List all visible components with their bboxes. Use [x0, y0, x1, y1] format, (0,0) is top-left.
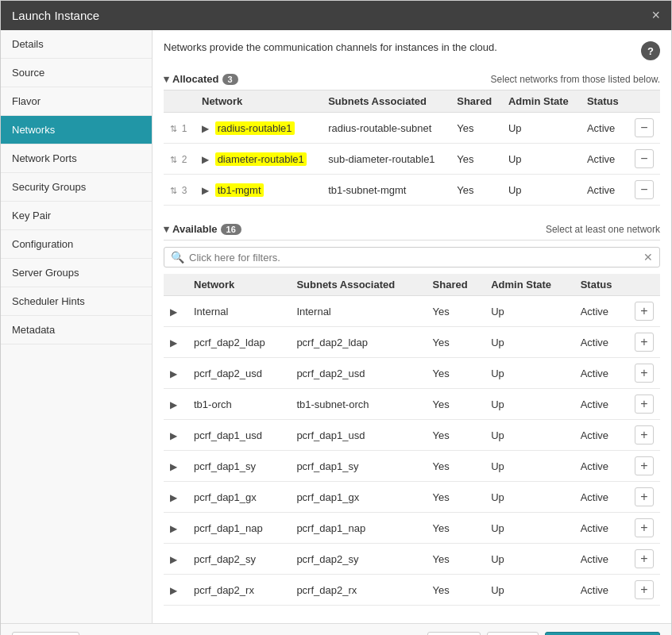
row-expand: ▶ — [164, 327, 187, 358]
sidebar: Details Source Flavor Networks Network P… — [1, 30, 153, 623]
add-button[interactable]: + — [635, 456, 654, 475]
allocated-row: ⇅ 3 ▶ tb1-mgmt tb1-subnet-mgmt Yes Up Ac… — [164, 175, 660, 206]
expand-icon[interactable]: ▶ — [170, 585, 177, 596]
col-status-avail: Status — [574, 274, 628, 296]
col-shared-alloc: Shared — [450, 90, 502, 113]
sidebar-item-network-ports[interactable]: Network Ports — [1, 144, 152, 173]
row-status: Active — [574, 358, 628, 389]
cancel-button[interactable]: ✕ Cancel — [12, 632, 79, 635]
sidebar-item-security-groups[interactable]: Security Groups — [1, 173, 152, 202]
row-shared: Yes — [427, 575, 485, 606]
expand-icon[interactable]: ▶ — [170, 461, 177, 472]
add-button[interactable]: + — [635, 487, 654, 506]
sidebar-item-details[interactable]: Details — [1, 30, 152, 59]
sidebar-item-source[interactable]: Source — [1, 59, 152, 87]
available-row: ▶ pcrf_dap1_usd pcrf_dap1_usd Yes Up Act… — [164, 420, 660, 451]
close-button[interactable]: × — [651, 7, 660, 24]
row-expand: ▶ — [164, 544, 187, 575]
filter-input[interactable] — [189, 252, 643, 264]
col-network-alloc: Network — [195, 90, 322, 113]
add-button[interactable]: + — [635, 302, 654, 321]
add-button[interactable]: + — [635, 518, 654, 537]
row-action: − — [628, 113, 660, 144]
description: Networks provide the communication chann… — [164, 41, 641, 53]
row-admin-state: Up — [485, 451, 574, 482]
allocated-row: ⇅ 1 ▶ radius-routable1 radius-routable-s… — [164, 113, 660, 144]
sidebar-item-flavor[interactable]: Flavor — [1, 87, 152, 116]
row-network: pcrf_dap1_usd — [187, 420, 290, 451]
add-button[interactable]: + — [635, 549, 654, 568]
row-status: Active — [574, 389, 628, 420]
add-button[interactable]: + — [635, 333, 654, 352]
remove-button[interactable]: − — [635, 118, 654, 137]
next-button[interactable]: Next › — [487, 632, 539, 635]
help-icon[interactable]: ? — [641, 41, 660, 60]
row-expand: ▶ — [164, 575, 187, 606]
row-subnets: radius-routable-subnet — [322, 113, 450, 144]
row-status: Active — [581, 144, 628, 175]
sidebar-item-configuration[interactable]: Configuration — [1, 230, 152, 259]
expand-icon[interactable]: ▶ — [202, 154, 209, 165]
col-subnets-avail: Subnets Associated — [290, 274, 426, 296]
row-admin-state: Up — [502, 175, 581, 206]
row-admin-state: Up — [502, 144, 581, 175]
row-network: pcrf_dap1_gx — [187, 482, 290, 513]
remove-button[interactable]: − — [635, 149, 654, 168]
row-network: pcrf_dap1_nap — [187, 513, 290, 544]
sidebar-item-scheduler-hints[interactable]: Scheduler Hints — [1, 287, 152, 316]
back-button[interactable]: ‹ Back — [427, 632, 481, 635]
row-network: pcrf_dap2_rx — [187, 575, 290, 606]
row-shared: Yes — [427, 482, 485, 513]
row-network: pcrf_dap2_sy — [187, 544, 290, 575]
row-network: ▶ diameter-routable1 — [195, 144, 322, 175]
available-toggle-icon[interactable]: ▾ — [164, 223, 169, 235]
available-section-header: ▾ Available 16 Select at least one netwo… — [164, 218, 660, 241]
row-action: + — [628, 358, 660, 389]
sidebar-item-key-pair[interactable]: Key Pair — [1, 202, 152, 230]
row-status: Active — [574, 544, 628, 575]
row-action: + — [628, 513, 660, 544]
row-subnets: tb1-subnet-mgmt — [322, 175, 450, 206]
expand-icon[interactable]: ▶ — [170, 523, 177, 534]
expand-icon[interactable]: ▶ — [202, 123, 209, 134]
expand-icon[interactable]: ▶ — [170, 554, 177, 565]
row-subnets: sub-diameter-routable1 — [322, 144, 450, 175]
expand-icon[interactable]: ▶ — [170, 337, 177, 348]
filter-bar: 🔍 ✕ — [164, 247, 660, 267]
filter-clear-icon[interactable]: ✕ — [643, 251, 653, 264]
expand-icon[interactable]: ▶ — [170, 368, 177, 379]
expand-icon[interactable]: ▶ — [170, 492, 177, 503]
row-network: pcrf_dap1_sy — [187, 451, 290, 482]
add-button[interactable]: + — [635, 364, 654, 383]
available-row: ▶ pcrf_dap1_nap pcrf_dap1_nap Yes Up Act… — [164, 513, 660, 544]
row-status: Active — [574, 513, 628, 544]
row-subnets: pcrf_dap2_usd — [290, 358, 426, 389]
sidebar-item-networks[interactable]: Networks — [1, 116, 152, 144]
expand-icon[interactable]: ▶ — [170, 306, 177, 318]
expand-icon[interactable]: ▶ — [170, 399, 177, 410]
row-expand: ▶ — [164, 482, 187, 513]
row-subnets: pcrf_dap1_usd — [290, 420, 426, 451]
row-admin-state: Up — [485, 389, 574, 420]
sidebar-item-server-groups[interactable]: Server Groups — [1, 259, 152, 287]
row-status: Active — [574, 327, 628, 358]
remove-button[interactable]: − — [635, 180, 654, 199]
row-status: Active — [574, 575, 628, 606]
add-button[interactable]: + — [635, 580, 654, 599]
available-row: ▶ pcrf_dap1_gx pcrf_dap1_gx Yes Up Activ… — [164, 482, 660, 513]
add-button[interactable]: + — [635, 394, 654, 414]
modal-body: Details Source Flavor Networks Network P… — [1, 30, 671, 623]
row-shared: Yes — [427, 358, 485, 389]
add-button[interactable]: + — [635, 425, 654, 444]
row-subnets: pcrf_dap2_ldap — [290, 327, 426, 358]
allocated-toggle-icon[interactable]: ▾ — [164, 73, 169, 85]
available-row: ▶ pcrf_dap2_ldap pcrf_dap2_ldap Yes Up A… — [164, 327, 660, 358]
expand-icon[interactable]: ▶ — [170, 430, 177, 441]
expand-icon[interactable]: ▶ — [202, 185, 209, 196]
sidebar-item-metadata[interactable]: Metadata — [1, 316, 152, 344]
launch-button[interactable]: ▶ Launch Instance — [545, 632, 660, 635]
row-shared: Yes — [427, 544, 485, 575]
col-status-alloc: Status — [581, 90, 628, 113]
available-row: ▶ tb1-orch tb1-subnet-orch Yes Up Active… — [164, 389, 660, 420]
row-action: + — [628, 296, 660, 327]
